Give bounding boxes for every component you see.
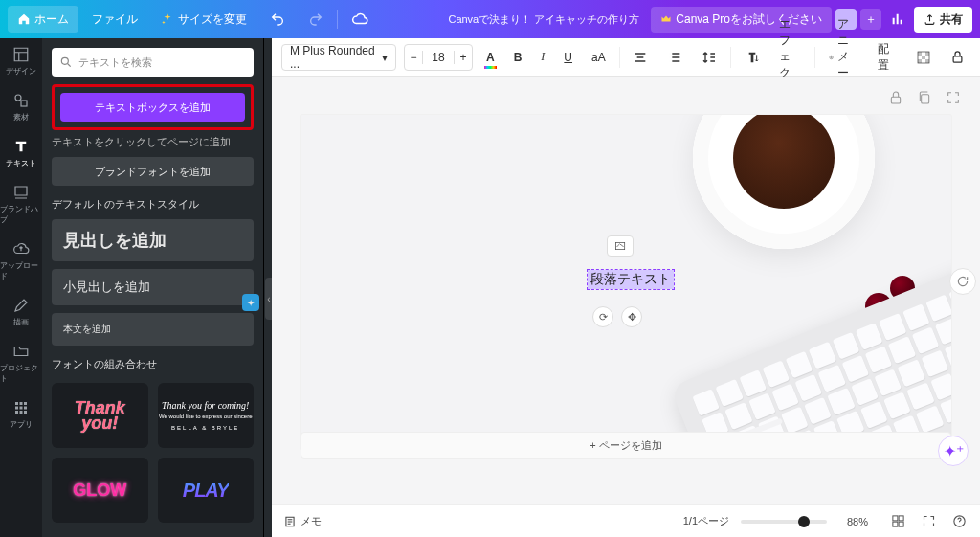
add-subheading-button[interactable]: 小見出しを追加 ✦ — [52, 269, 254, 305]
svg-rect-9 — [899, 516, 903, 521]
list-icon — [667, 50, 682, 65]
svg-rect-10 — [892, 522, 897, 526]
combo-thank-you[interactable]: Thankyou! — [52, 383, 148, 448]
expand-page-icon[interactable] — [946, 90, 961, 105]
bold-button[interactable]: B — [508, 44, 528, 71]
upload-icon — [924, 13, 936, 26]
help-button[interactable] — [949, 512, 969, 531]
svg-rect-7 — [922, 95, 929, 103]
svg-point-2 — [61, 57, 68, 64]
rail-design[interactable]: デザイン — [0, 46, 42, 77]
underline-button[interactable]: U — [558, 44, 578, 71]
svg-rect-11 — [899, 522, 903, 526]
main-row: デザイン 素材 テキスト ブランドハブ アップロード 描画 プロジェクト アプリ… — [0, 38, 980, 537]
vertical-text-icon — [745, 50, 760, 65]
home-button[interactable]: ホーム — [8, 6, 78, 33]
transparency-button[interactable] — [910, 44, 937, 71]
font-size-value[interactable]: 18 — [422, 51, 455, 64]
vertical-text-button[interactable] — [739, 44, 766, 71]
notes-icon — [283, 515, 297, 528]
increase-size[interactable]: + — [455, 51, 472, 64]
add-heading-button[interactable]: 見出しを追加 — [52, 219, 254, 261]
lock-button[interactable] — [945, 44, 970, 71]
grid-view-button[interactable] — [888, 512, 907, 531]
spacing-button[interactable] — [696, 44, 723, 71]
selected-textbox[interactable]: 段落テキスト — [588, 270, 674, 289]
home-label: ホーム — [34, 11, 69, 28]
add-member-button[interactable]: ＋ — [860, 9, 881, 30]
bottom-bar: メモ 1/1ページ 88% — [272, 504, 980, 537]
redo-icon — [308, 11, 323, 27]
magic-fab[interactable]: ✦⁺ — [938, 436, 969, 466]
canvas-viewport[interactable]: ⮹ 段落テキスト ⟳ ✥ + ページを追加 ✦⁺ — [272, 77, 980, 504]
rotate-handle[interactable]: ⟳ — [592, 306, 613, 327]
search-input[interactable]: テキストを検索 — [52, 48, 254, 77]
lock-page-icon[interactable] — [888, 90, 903, 105]
document-title[interactable]: Canvaで決まり！ アイキャッチの作り方 — [448, 12, 639, 27]
panel-resizer[interactable]: ‹ — [264, 38, 272, 537]
decrease-size[interactable]: − — [405, 51, 422, 64]
rail-text[interactable]: テキスト — [0, 138, 42, 168]
position-button[interactable]: 配置 — [872, 44, 895, 71]
share-button[interactable]: 共有 — [914, 7, 972, 33]
resize-button[interactable]: サイズを変更 — [151, 6, 256, 33]
grid-icon — [12, 399, 30, 416]
refresh-icon — [956, 275, 969, 288]
pencil-icon — [12, 297, 30, 314]
combo-play[interactable]: PLAY — [158, 458, 255, 523]
combo-thank-you-coming[interactable]: Thank you for coming!We would like to ex… — [158, 383, 255, 448]
lock-icon — [950, 50, 965, 64]
combo-glow[interactable]: GLOW — [52, 458, 148, 523]
default-styles-label: デフォルトのテキストスタイル — [52, 197, 254, 212]
case-button[interactable]: aA — [586, 44, 612, 71]
file-menu[interactable]: ファイル — [82, 6, 147, 33]
photo-keyboard — [670, 244, 951, 450]
italic-button[interactable]: I — [535, 44, 550, 71]
context-toolbar: M Plus Rounded ...▾ −18+ A B I U aA エフェク… — [272, 38, 980, 77]
add-body-button[interactable]: 本文を追加 — [52, 313, 254, 346]
cloud-sync[interactable] — [342, 6, 378, 33]
list-button[interactable] — [661, 44, 688, 71]
redo-button[interactable] — [299, 6, 333, 33]
move-handle[interactable]: ✥ — [621, 306, 642, 327]
search-icon — [59, 56, 73, 69]
rail-brand[interactable]: ブランドハブ — [0, 184, 42, 225]
fullscreen-button[interactable] — [919, 512, 938, 531]
pro-upsell[interactable]: Canva Proをお試しください — [651, 7, 832, 33]
svg-rect-1 — [21, 101, 27, 106]
svg-rect-8 — [892, 516, 897, 521]
svg-point-0 — [15, 95, 21, 101]
undo-button[interactable] — [260, 6, 295, 33]
zoom-slider[interactable] — [741, 520, 827, 524]
page-canvas[interactable]: ⮹ 段落テキスト ⟳ ✥ — [301, 115, 951, 450]
effects-button[interactable]: エフェクト — [773, 44, 808, 71]
notes-button[interactable]: メモ — [283, 514, 322, 528]
zoom-value[interactable]: 88% — [838, 516, 877, 527]
font-combos-grid: Thankyou! Thank you for coming!We would … — [52, 383, 254, 523]
cloud-icon — [351, 11, 368, 28]
animate-button[interactable]: アニメート — [823, 44, 864, 71]
spacing-icon — [702, 50, 717, 65]
slider-thumb[interactable] — [798, 516, 810, 527]
text-color-button[interactable]: A — [480, 44, 501, 71]
svg-rect-5 — [953, 56, 962, 62]
rail-project[interactable]: プロジェクト — [0, 343, 42, 384]
font-size-stepper[interactable]: −18+ — [404, 44, 473, 71]
regen-fab[interactable] — [949, 268, 976, 295]
align-button[interactable] — [627, 44, 654, 71]
add-textbox-button[interactable]: テキストボックスを追加 — [60, 93, 245, 122]
brand-fonts-button[interactable]: ブランドフォントを追加 — [52, 157, 254, 186]
rail-draw[interactable]: 描画 — [0, 297, 42, 327]
shapes-icon — [12, 92, 30, 109]
duplicate-page-icon[interactable] — [917, 90, 932, 105]
insights-button[interactable] — [885, 7, 910, 32]
rail-upload[interactable]: アップロード — [0, 240, 42, 281]
link-pill[interactable]: ⮹ — [607, 235, 634, 257]
top-bar: ホーム ファイル サイズを変更 Canvaで決まり！ アイキャッチの作り方 Ca… — [0, 0, 980, 38]
translate-badge: ✦ — [242, 294, 259, 311]
rail-apps[interactable]: アプリ — [0, 399, 42, 430]
font-family-select[interactable]: M Plus Rounded ...▾ — [281, 44, 396, 71]
rail-elements[interactable]: 素材 — [0, 92, 42, 123]
add-page-button[interactable]: + ページを追加 — [301, 432, 951, 459]
undo-icon — [270, 11, 285, 27]
